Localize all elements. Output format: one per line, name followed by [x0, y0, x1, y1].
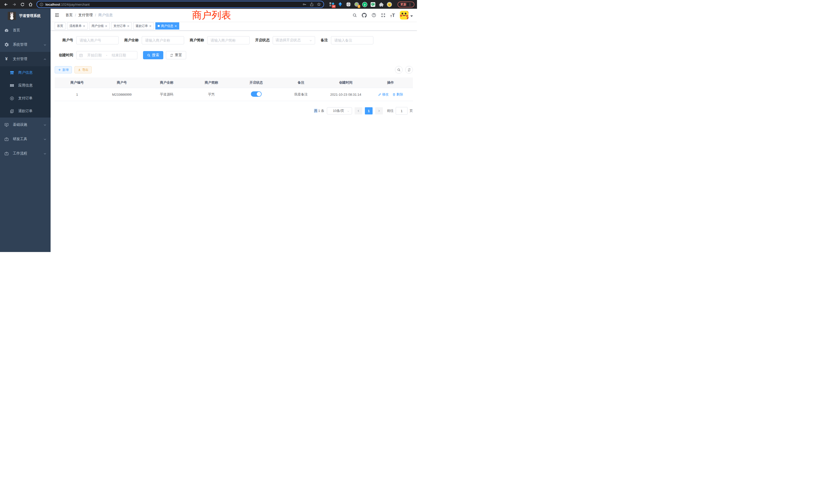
sidebar-item-home[interactable]: 首页 [0, 23, 50, 38]
help-button[interactable] [372, 13, 376, 18]
app-frame: 芋道管理系统 首页 系统管理 ¥ 支付管理 [0, 9, 417, 252]
filter-row-1: 商户号 商户全称 商户简称 开启状态 请选择开启状态 [55, 36, 413, 44]
tab-close-icon[interactable] [83, 25, 85, 27]
extensions-puzzle-icon[interactable] [378, 2, 384, 7]
browser-update-button[interactable]: 更新 ⋮ [397, 2, 414, 7]
dashboard-icon [4, 28, 9, 32]
tab-home[interactable]: 首页 [55, 22, 65, 29]
next-page-button[interactable] [375, 107, 383, 114]
breadcrumb-item-pay[interactable]: 支付管理 [78, 13, 93, 18]
tab-pay-order[interactable]: 支付订单 [111, 22, 132, 29]
date-start-input[interactable] [85, 53, 104, 58]
short-name-input[interactable] [210, 38, 247, 43]
breadcrumb: 首页 / 支付管理 / 商户信息 [65, 13, 113, 18]
browser-profile-avatar[interactable] [387, 2, 392, 7]
toolbox-icon [4, 137, 9, 141]
chevron-down-icon [43, 137, 46, 141]
github-link-button[interactable] [362, 13, 367, 18]
full-name-input[interactable] [145, 38, 181, 43]
address-bar[interactable]: localhost:1024/pay/merchant [37, 1, 324, 8]
password-key-icon[interactable] [303, 2, 307, 6]
user-menu[interactable] [400, 11, 413, 20]
page-size-select[interactable]: 10条/页 [327, 107, 352, 114]
browser-home-button[interactable] [27, 1, 34, 8]
tab-close-icon[interactable] [127, 25, 129, 27]
status-select[interactable]: 请选择开启状态 [273, 36, 315, 44]
tab-close-icon[interactable] [149, 25, 152, 27]
breadcrumb-separator: / [95, 13, 96, 17]
remark-input[interactable] [334, 38, 371, 43]
browser-back-button[interactable] [3, 1, 9, 8]
status-toggle[interactable] [251, 91, 262, 97]
column-header: 开启状态 [234, 80, 279, 85]
share-icon[interactable] [310, 2, 314, 6]
sidebar-item-infra[interactable]: 基础设施 [0, 117, 50, 132]
date-end-input[interactable] [109, 53, 128, 58]
column-header: 备注 [279, 80, 323, 85]
refresh-table-button[interactable] [405, 66, 413, 74]
browser-toolbar: localhost:1024/pay/merchant 10 1 [0, 0, 417, 9]
filter-remark: 备注 [321, 36, 373, 44]
delete-row-button[interactable]: 删除 [392, 92, 403, 97]
extension-yuque-icon[interactable]: y [362, 2, 368, 7]
browser-reload-button[interactable] [19, 1, 26, 8]
yen-circle-icon [9, 96, 14, 100]
rabbit-logo-icon [8, 12, 16, 20]
add-button[interactable]: 新增 [55, 66, 72, 73]
date-range-picker[interactable]: - [76, 51, 137, 59]
bookmark-star-icon[interactable] [317, 2, 321, 6]
tab-merchant-info[interactable]: 商户信息 [155, 22, 179, 29]
sidebar-item-workflow[interactable]: 工作流程 [0, 146, 50, 161]
sidebar-item-pay-order[interactable]: 支付订单 [0, 92, 50, 105]
table-header-row: 商户编号 商户号 商户全称 商户简称 开启状态 备注 创建时间 操作 [55, 77, 413, 88]
tab-close-icon[interactable] [175, 25, 177, 27]
chevron-up-icon [43, 57, 46, 61]
url-text[interactable]: localhost:1024/pay/merchant [45, 3, 90, 6]
reset-button[interactable]: 重置 [166, 51, 186, 59]
toolbox-icon [4, 152, 9, 156]
goto-page-input[interactable] [396, 107, 408, 115]
tab-close-icon[interactable] [105, 25, 107, 27]
sidebar-item-label: 基础设施 [13, 122, 27, 127]
sidebar-collapse-button[interactable] [55, 13, 59, 18]
export-button[interactable]: 导出 [74, 66, 92, 73]
breadcrumb-item-home[interactable]: 首页 [65, 13, 73, 18]
page-number-1[interactable]: 1 [365, 107, 373, 114]
site-info-icon[interactable] [40, 3, 43, 6]
tab-refund-order[interactable]: 退款订单 [133, 22, 154, 29]
monitor-chart-icon [4, 123, 9, 127]
sidebar-item-app-info[interactable]: 应用信息 [0, 79, 50, 92]
sidebar-item-refund-order[interactable]: 退款订单 [0, 105, 50, 117]
browser-forward-button[interactable] [11, 1, 18, 8]
sidebar-item-pay[interactable]: ¥ 支付管理 [0, 52, 50, 66]
sidebar-logo[interactable]: 芋道管理系统 [0, 9, 50, 23]
user-avatar [400, 11, 409, 20]
font-size-button[interactable]: TT [390, 13, 395, 18]
prev-page-button[interactable] [355, 107, 362, 114]
extension-command-icon[interactable] [346, 2, 351, 7]
header-search-button[interactable] [353, 13, 357, 18]
extension-gem-icon[interactable] [337, 2, 343, 7]
edit-row-button[interactable]: 修改 [378, 92, 389, 97]
merchant-no-input[interactable] [79, 38, 116, 43]
sidebar-item-dev-tools[interactable]: 研发工具 [0, 132, 50, 146]
show-search-toggle-button[interactable] [395, 66, 403, 74]
cell-full-name: 芋道源码 [144, 92, 189, 97]
back-arrow-icon [4, 2, 8, 7]
trash-icon [392, 93, 396, 96]
extension-green-dot-icon[interactable]: 1 [354, 2, 359, 7]
date-separator: - [106, 53, 107, 57]
app-title: 芋道管理系统 [19, 14, 41, 18]
extension-chat-icon[interactable] [370, 2, 376, 7]
sidebar-item-merchant-info[interactable]: 商户信息 [0, 66, 50, 79]
tags-view: 首页 流程表单 用户分组 支付订单 退款订单 商户信息 [50, 22, 417, 30]
sidebar-item-system[interactable]: 系统管理 [0, 38, 50, 52]
filter-short-name: 商户简称 [190, 36, 249, 44]
tab-user-group[interactable]: 用户分组 [89, 22, 110, 29]
merchant-table: 商户编号 商户号 商户全称 商户简称 开启状态 备注 创建时间 操作 1 M23… [55, 77, 413, 101]
tab-process-form[interactable]: 流程表单 [67, 22, 88, 29]
extension-tampermonkey-icon[interactable]: 10 [329, 2, 334, 7]
search-button[interactable]: 搜索 [143, 51, 163, 59]
browser-menu-kebab-icon[interactable]: ⋮ [408, 3, 412, 6]
fullscreen-button[interactable] [381, 13, 386, 18]
